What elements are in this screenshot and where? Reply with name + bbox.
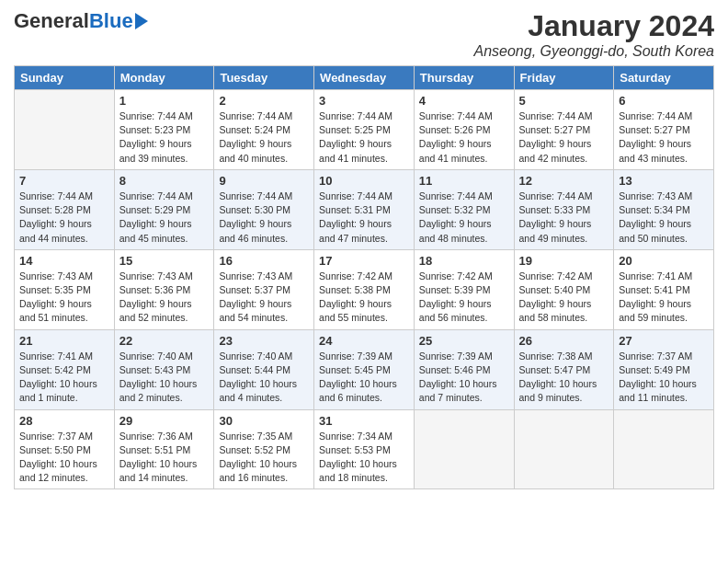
- calendar-cell: 26Sunrise: 7:38 AM Sunset: 5:47 PM Dayli…: [514, 329, 614, 409]
- day-number: 11: [419, 174, 509, 188]
- day-info: Sunrise: 7:41 AM Sunset: 5:41 PM Dayligh…: [619, 270, 709, 326]
- weekday-header-friday: Friday: [514, 66, 614, 90]
- day-number: 23: [219, 334, 309, 348]
- day-info: Sunrise: 7:42 AM Sunset: 5:39 PM Dayligh…: [419, 270, 509, 326]
- calendar-cell: 23Sunrise: 7:40 AM Sunset: 5:44 PM Dayli…: [214, 329, 314, 409]
- logo: GeneralBlue: [14, 9, 148, 33]
- calendar-cell: 3Sunrise: 7:44 AM Sunset: 5:25 PM Daylig…: [314, 90, 415, 170]
- weekday-header-row: SundayMondayTuesdayWednesdayThursdayFrid…: [15, 66, 714, 90]
- day-number: 6: [619, 94, 709, 108]
- calendar-cell: 30Sunrise: 7:35 AM Sunset: 5:52 PM Dayli…: [214, 409, 314, 489]
- day-info: Sunrise: 7:34 AM Sunset: 5:53 PM Dayligh…: [319, 430, 409, 486]
- calendar-cell: [614, 409, 714, 489]
- day-info: Sunrise: 7:38 AM Sunset: 5:47 PM Dayligh…: [519, 350, 609, 406]
- day-info: Sunrise: 7:44 AM Sunset: 5:30 PM Dayligh…: [219, 190, 309, 246]
- day-number: 15: [119, 254, 210, 268]
- day-number: 3: [319, 94, 409, 108]
- calendar-cell: 12Sunrise: 7:44 AM Sunset: 5:33 PM Dayli…: [514, 169, 614, 249]
- day-info: Sunrise: 7:43 AM Sunset: 5:34 PM Dayligh…: [619, 190, 709, 246]
- day-info: Sunrise: 7:40 AM Sunset: 5:44 PM Dayligh…: [219, 350, 309, 406]
- day-info: Sunrise: 7:35 AM Sunset: 5:52 PM Dayligh…: [219, 430, 309, 486]
- day-info: Sunrise: 7:41 AM Sunset: 5:42 PM Dayligh…: [19, 350, 109, 406]
- calendar-week-row: 7Sunrise: 7:44 AM Sunset: 5:28 PM Daylig…: [15, 169, 714, 249]
- title-block: January 2024 Anseong, Gyeonggi-do, South…: [473, 9, 714, 60]
- day-info: Sunrise: 7:39 AM Sunset: 5:45 PM Dayligh…: [319, 350, 409, 406]
- calendar-table: SundayMondayTuesdayWednesdayThursdayFrid…: [14, 65, 714, 489]
- day-number: 5: [519, 94, 609, 108]
- calendar-cell: 28Sunrise: 7:37 AM Sunset: 5:50 PM Dayli…: [15, 409, 115, 489]
- day-number: 10: [319, 174, 409, 188]
- calendar-cell: 8Sunrise: 7:44 AM Sunset: 5:29 PM Daylig…: [114, 169, 214, 249]
- day-number: 31: [319, 414, 409, 428]
- day-number: 26: [519, 334, 609, 348]
- day-number: 8: [119, 174, 210, 188]
- day-number: 9: [219, 174, 309, 188]
- day-number: 20: [619, 254, 709, 268]
- day-number: 21: [19, 334, 109, 348]
- day-info: Sunrise: 7:44 AM Sunset: 5:26 PM Dayligh…: [419, 109, 509, 166]
- calendar-cell: 7Sunrise: 7:44 AM Sunset: 5:28 PM Daylig…: [15, 169, 115, 249]
- day-info: Sunrise: 7:44 AM Sunset: 5:28 PM Dayligh…: [19, 190, 109, 246]
- day-info: Sunrise: 7:43 AM Sunset: 5:37 PM Dayligh…: [219, 270, 309, 326]
- calendar-cell: 24Sunrise: 7:39 AM Sunset: 5:45 PM Dayli…: [314, 329, 415, 409]
- calendar-cell: 6Sunrise: 7:44 AM Sunset: 5:27 PM Daylig…: [614, 90, 714, 170]
- day-info: Sunrise: 7:44 AM Sunset: 5:24 PM Dayligh…: [219, 109, 309, 166]
- day-info: Sunrise: 7:44 AM Sunset: 5:32 PM Dayligh…: [419, 190, 509, 246]
- day-number: 19: [519, 254, 609, 268]
- day-number: 14: [19, 254, 109, 268]
- weekday-header-sunday: Sunday: [15, 66, 115, 90]
- month-year-title: January 2024: [473, 9, 714, 43]
- weekday-header-tuesday: Tuesday: [214, 66, 314, 90]
- day-info: Sunrise: 7:44 AM Sunset: 5:33 PM Dayligh…: [519, 190, 609, 246]
- location-subtitle: Anseong, Gyeonggi-do, South Korea: [473, 43, 714, 60]
- page-header: GeneralBlue January 2024 Anseong, Gyeong…: [14, 9, 714, 60]
- day-number: 13: [619, 174, 709, 188]
- logo-arrow-icon: [135, 13, 148, 29]
- calendar-week-row: 28Sunrise: 7:37 AM Sunset: 5:50 PM Dayli…: [15, 409, 714, 489]
- weekday-header-thursday: Thursday: [414, 66, 514, 90]
- calendar-cell: 20Sunrise: 7:41 AM Sunset: 5:41 PM Dayli…: [614, 249, 714, 329]
- day-number: 29: [119, 414, 210, 428]
- day-number: 22: [119, 334, 210, 348]
- calendar-cell: 13Sunrise: 7:43 AM Sunset: 5:34 PM Dayli…: [614, 169, 714, 249]
- calendar-week-row: 1Sunrise: 7:44 AM Sunset: 5:23 PM Daylig…: [15, 90, 714, 170]
- day-info: Sunrise: 7:37 AM Sunset: 5:50 PM Dayligh…: [19, 430, 109, 486]
- day-info: Sunrise: 7:37 AM Sunset: 5:49 PM Dayligh…: [619, 350, 709, 406]
- calendar-week-row: 14Sunrise: 7:43 AM Sunset: 5:35 PM Dayli…: [15, 249, 714, 329]
- day-info: Sunrise: 7:44 AM Sunset: 5:31 PM Dayligh…: [319, 190, 409, 246]
- logo-general-text: General: [14, 9, 89, 33]
- calendar-cell: 5Sunrise: 7:44 AM Sunset: 5:27 PM Daylig…: [514, 90, 614, 170]
- calendar-cell: 25Sunrise: 7:39 AM Sunset: 5:46 PM Dayli…: [414, 329, 514, 409]
- calendar-cell: 11Sunrise: 7:44 AM Sunset: 5:32 PM Dayli…: [414, 169, 514, 249]
- day-info: Sunrise: 7:43 AM Sunset: 5:36 PM Dayligh…: [119, 270, 210, 326]
- weekday-header-monday: Monday: [114, 66, 214, 90]
- calendar-cell: 14Sunrise: 7:43 AM Sunset: 5:35 PM Dayli…: [15, 249, 115, 329]
- day-number: 24: [319, 334, 409, 348]
- day-number: 16: [219, 254, 309, 268]
- calendar-cell: 15Sunrise: 7:43 AM Sunset: 5:36 PM Dayli…: [114, 249, 214, 329]
- day-info: Sunrise: 7:40 AM Sunset: 5:43 PM Dayligh…: [119, 350, 210, 406]
- calendar-cell: [15, 90, 115, 170]
- calendar-cell: 4Sunrise: 7:44 AM Sunset: 5:26 PM Daylig…: [414, 90, 514, 170]
- day-number: 7: [19, 174, 109, 188]
- calendar-cell: 17Sunrise: 7:42 AM Sunset: 5:38 PM Dayli…: [314, 249, 415, 329]
- day-number: 12: [519, 174, 609, 188]
- calendar-cell: [514, 409, 614, 489]
- calendar-cell: 22Sunrise: 7:40 AM Sunset: 5:43 PM Dayli…: [114, 329, 214, 409]
- calendar-cell: 19Sunrise: 7:42 AM Sunset: 5:40 PM Dayli…: [514, 249, 614, 329]
- day-number: 4: [419, 94, 509, 108]
- day-number: 30: [219, 414, 309, 428]
- calendar-cell: 2Sunrise: 7:44 AM Sunset: 5:24 PM Daylig…: [214, 90, 314, 170]
- calendar-cell: 29Sunrise: 7:36 AM Sunset: 5:51 PM Dayli…: [114, 409, 214, 489]
- logo-blue-text: Blue: [89, 9, 133, 33]
- day-info: Sunrise: 7:43 AM Sunset: 5:35 PM Dayligh…: [19, 270, 109, 326]
- day-number: 2: [219, 94, 309, 108]
- day-info: Sunrise: 7:42 AM Sunset: 5:38 PM Dayligh…: [319, 270, 409, 326]
- day-info: Sunrise: 7:44 AM Sunset: 5:23 PM Dayligh…: [119, 109, 210, 166]
- day-info: Sunrise: 7:44 AM Sunset: 5:29 PM Dayligh…: [119, 190, 210, 246]
- calendar-cell: 21Sunrise: 7:41 AM Sunset: 5:42 PM Dayli…: [15, 329, 115, 409]
- day-info: Sunrise: 7:44 AM Sunset: 5:27 PM Dayligh…: [519, 109, 609, 166]
- calendar-cell: 31Sunrise: 7:34 AM Sunset: 5:53 PM Dayli…: [314, 409, 415, 489]
- day-info: Sunrise: 7:44 AM Sunset: 5:27 PM Dayligh…: [619, 109, 709, 166]
- day-info: Sunrise: 7:39 AM Sunset: 5:46 PM Dayligh…: [419, 350, 509, 406]
